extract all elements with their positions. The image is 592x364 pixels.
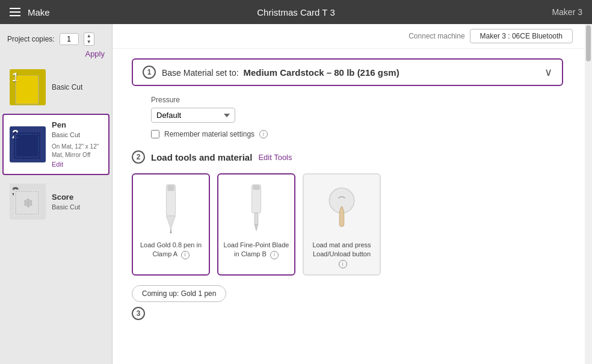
sidebar-item-3-name: Score bbox=[52, 193, 73, 202]
remember-row: Remember material settings i bbox=[151, 130, 563, 138]
section2-title: Load tools and material bbox=[151, 152, 252, 162]
tool-card-blade-image bbox=[235, 182, 277, 236]
material-prefix: Base Material set to: bbox=[162, 68, 239, 78]
pressure-select-wrap: Default More Less bbox=[151, 108, 563, 123]
tool-card-mat: Load mat and press Load/Unload button i bbox=[303, 173, 381, 276]
step-1-circle: 1 bbox=[143, 66, 156, 79]
chevron-down-icon[interactable]: ∨ bbox=[544, 66, 552, 79]
sidebar-item-2-name: Pen bbox=[52, 120, 66, 129]
tool-card-blade: Load Fine-Point Blade in Clamp B i bbox=[217, 173, 295, 276]
scrollbar[interactable] bbox=[585, 24, 592, 364]
remember-label: Remember material settings bbox=[164, 130, 254, 138]
thumbnail-3: 3 ❄ bbox=[10, 184, 46, 220]
step-3-circle: 3 bbox=[132, 307, 145, 320]
material-name: Medium Cardstock – 80 lb (216 gsm) bbox=[243, 67, 399, 78]
app-name: Make bbox=[28, 7, 50, 17]
pressure-select[interactable]: Default More Less bbox=[151, 108, 235, 123]
tool-card-blade-info-icon[interactable]: i bbox=[270, 251, 279, 259]
sidebar-item-2[interactable]: 2 Pen Basic Cut On Mat, 12" x 12" Mat, M… bbox=[2, 114, 109, 175]
pressure-section: Pressure Default More Less bbox=[151, 96, 563, 123]
svg-point-11 bbox=[170, 231, 172, 233]
sidebar-item-2-sub: Basic Cut bbox=[52, 131, 102, 140]
section2-header: 2 Load tools and material Edit Tools bbox=[132, 150, 563, 164]
svg-text:❄: ❄ bbox=[23, 197, 33, 210]
tool-cards: Load Gold 0.8 pen in Clamp A i bbox=[132, 173, 563, 276]
svg-rect-14 bbox=[254, 213, 258, 224]
sidebar: Project copies: ▲ ▼ Apply 1 Basic Cut bbox=[0, 24, 113, 364]
app-header: Make Christmas Card T 3 Maker 3 bbox=[0, 0, 592, 24]
tool-card-pen: Load Gold 0.8 pen in Clamp A i bbox=[132, 173, 210, 276]
sidebar-item-2-info: Pen Basic Cut On Mat, 12" x 12" Mat, Mir… bbox=[52, 120, 102, 169]
project-copies-row: Project copies: ▲ ▼ bbox=[0, 29, 112, 49]
thumbnail-2: 2 bbox=[10, 126, 46, 162]
copies-down-button[interactable]: ▼ bbox=[84, 39, 94, 45]
sidebar-item-3-info: Score Basic Cut bbox=[52, 192, 80, 212]
machine-button[interactable]: Maker 3 : 06CE Bluetooth bbox=[470, 29, 573, 43]
project-title: Christmas Card T 3 bbox=[257, 7, 335, 17]
remember-checkbox[interactable] bbox=[151, 130, 159, 138]
material-banner: 1 Base Material set to: Medium Cardstock… bbox=[132, 58, 563, 86]
sidebar-item-1[interactable]: 1 Basic Cut bbox=[2, 63, 109, 111]
section3-area: 3 bbox=[132, 307, 563, 325]
sidebar-item-3[interactable]: 3 ❄ Score Basic Cut bbox=[2, 177, 109, 226]
svg-rect-0 bbox=[16, 75, 39, 104]
menu-icon[interactable] bbox=[10, 8, 20, 16]
pressure-label: Pressure bbox=[151, 96, 563, 104]
svg-marker-9 bbox=[166, 215, 175, 229]
scrollbar-thumb[interactable] bbox=[586, 25, 591, 61]
coming-up-button[interactable]: Coming up: Gold 1 pen bbox=[132, 285, 226, 302]
main-content: Connect machine Maker 3 : 06CE Bluetooth… bbox=[113, 24, 592, 364]
tool-card-pen-info-icon[interactable]: i bbox=[181, 251, 190, 259]
copies-stepper: ▲ ▼ bbox=[84, 32, 94, 46]
tool-card-mat-image bbox=[321, 182, 363, 236]
tool-card-pen-label: Load Gold 0.8 pen in Clamp A i bbox=[138, 241, 204, 259]
sidebar-item-3-sub: Basic Cut bbox=[52, 203, 80, 212]
sidebar-item-1-name: Basic Cut bbox=[52, 83, 82, 91]
material-banner-text: Base Material set to: Medium Cardstock –… bbox=[162, 67, 399, 78]
tool-card-pen-image bbox=[150, 182, 192, 236]
svg-rect-8 bbox=[167, 185, 174, 190]
svg-rect-2 bbox=[14, 132, 40, 159]
copies-input[interactable] bbox=[60, 33, 79, 45]
tool-card-mat-label: Load mat and press Load/Unload button i bbox=[309, 241, 375, 268]
thumbnail-1: 1 bbox=[10, 69, 46, 105]
connect-bar: Connect machine Maker 3 : 06CE Bluetooth bbox=[113, 24, 592, 49]
tool-card-blade-label: Load Fine-Point Blade in Clamp B i bbox=[223, 241, 289, 259]
connect-label: Connect machine bbox=[409, 32, 464, 40]
edit-tools-link[interactable]: Edit Tools bbox=[258, 153, 292, 162]
sidebar-item-1-info: Basic Cut bbox=[52, 82, 82, 93]
svg-rect-13 bbox=[253, 185, 259, 190]
svg-marker-15 bbox=[254, 224, 258, 230]
project-copies-label: Project copies: bbox=[7, 35, 55, 43]
content-area: 1 Base Material set to: Medium Cardstock… bbox=[113, 49, 592, 364]
sidebar-item-2-edit[interactable]: Edit bbox=[52, 161, 63, 168]
copies-up-button[interactable]: ▲ bbox=[84, 33, 94, 39]
step-2-circle: 2 bbox=[132, 150, 145, 164]
main-layout: Project copies: ▲ ▼ Apply 1 Basic Cut bbox=[0, 24, 592, 364]
apply-button[interactable]: Apply bbox=[0, 49, 112, 62]
remember-info-icon[interactable]: i bbox=[259, 130, 268, 138]
header-machine-name: Maker 3 bbox=[552, 7, 582, 17]
sidebar-item-2-mat: On Mat, 12" x 12" Mat, Mirror Off bbox=[52, 143, 102, 159]
tool-card-mat-info-icon[interactable]: i bbox=[339, 260, 347, 268]
